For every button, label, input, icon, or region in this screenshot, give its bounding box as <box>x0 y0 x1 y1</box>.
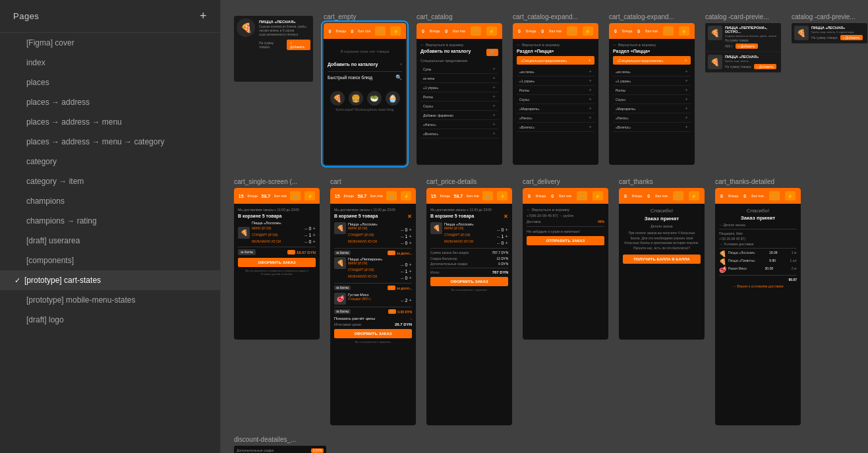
cart-catalog-expand-2-label: cart_catalog-expand... <box>609 13 674 20</box>
pages-list: [Figma] coverindexplacesplaces → address… <box>0 33 220 330</box>
cart-empty-frame[interactable]: cart_empty 0 Блюда 0 Бал лов 🛒 ⚡ В корзи… <box>324 13 406 165</box>
cart-main-label: cart <box>330 178 341 185</box>
cart-thanks-detailed-label: cart_thanks-detailed <box>715 178 774 185</box>
cart-thanks-frame[interactable]: cart_thanks 0 Блюда 0 Бал лов 🛒 ⚡ Спасиб… <box>619 178 705 340</box>
sidebar-item-draft-userarea[interactable]: [draft] userarea <box>0 231 220 251</box>
cart-catalog-label: cart_catalog <box>417 13 452 20</box>
cart-thanks-detailed-frame[interactable]: cart_thanks-detailed 0 Блюда 0 Бал лов 🛒… <box>715 178 801 425</box>
sidebar: Pages + [Figma] coverindexplacesplaces →… <box>0 0 221 453</box>
sidebar-item-index[interactable]: index <box>0 53 220 73</box>
canvas[interactable]: 🍕 ПИЦЦА «ЛЕСНАЯ» Сырная начинка из блино… <box>221 0 868 453</box>
sidebar-item-champions-rating[interactable]: champions → rating <box>0 211 220 231</box>
discount-details-label: discount-deatailes_... <box>234 436 297 443</box>
pages-title: Pages <box>13 11 39 21</box>
sidebar-item-places-address[interactable]: places → address <box>0 92 220 112</box>
sidebar-item-places-address-menu-category[interactable]: places → address → menu → category <box>0 132 220 152</box>
catalog-card-preview-1-frame[interactable]: catalog -card-previe... 🍕 ПИЦЦА «ПЕППЕРО… <box>705 13 781 73</box>
sidebar-item-champions[interactable]: champions <box>0 191 220 211</box>
cart-catalog-expand-2-frame[interactable]: cart_catalog-expand... 0 Блюда 0 Бал лов… <box>609 13 695 165</box>
sidebar-item-figma-cover[interactable]: [Figma] cover <box>0 33 220 53</box>
cart-price-details-frame[interactable]: cart_price-details 15 Блюда 58.7 Бал лов… <box>426 178 512 425</box>
cart-empty-label: cart_empty <box>324 13 356 20</box>
cart-delivery-label: cart_delivery <box>523 178 560 185</box>
sidebar-item-places-address-menu[interactable]: places → address → menu <box>0 112 220 132</box>
cart-single-screen-label: cart_single-screen (... <box>234 178 297 185</box>
sidebar-item-draft-logo[interactable]: [draft] logo <box>0 310 220 330</box>
cart-catalog-expand-1-frame[interactable]: cart_catalog-expand... 0 Блюда 0 Бал лов… <box>513 13 598 165</box>
catalog-card-preview-2-frame[interactable]: catalog -card-previe... 🍕 ПИЦЦА «ЛЕСНАЯ»… <box>792 13 867 44</box>
sidebar-item-places[interactable]: places <box>0 73 220 92</box>
catalog-card-preview-1-label: catalog -card-previe... <box>705 13 769 20</box>
sidebar-item-prototype-mobile-menu-states[interactable]: [prototype] mobile-menu-states <box>0 290 220 310</box>
discount-details-frame[interactable]: discount-deatailes_... Дополнительные ск… <box>234 436 326 453</box>
cart-main-frame[interactable]: cart 15 Блюда 58.7 Бал лов 🛒 ⚡ Мы достав… <box>330 178 416 425</box>
pizza-hero-frame[interactable]: 🍕 ПИЦЦА «ЛЕСНАЯ» Сырная начинка из блино… <box>234 13 313 82</box>
sidebar-item-category-item[interactable]: category → item <box>0 171 220 191</box>
sidebar-item-category[interactable]: category <box>0 152 220 171</box>
cart-thanks-label: cart_thanks <box>619 178 653 185</box>
sidebar-header: Pages + <box>0 0 220 33</box>
cart-catalog-expand-1-label: cart_catalog-expand... <box>513 13 578 20</box>
catalog-card-preview-2-label: catalog -card-previe... <box>792 13 855 20</box>
cart-delivery-frame[interactable]: cart_delivery 0 Блюда 0 Бал лов 🛒 ⚡ ← Ве… <box>523 178 608 340</box>
cart-single-screen-frame[interactable]: cart_single-screen (... 15 Блюда 58.7 Ба… <box>234 178 320 340</box>
cart-price-details-label: cart_price-details <box>426 178 477 185</box>
sidebar-item-prototype-cart-states[interactable]: [prototype] cart-states <box>0 270 220 290</box>
sidebar-item-components[interactable]: [components] <box>0 251 220 270</box>
cart-catalog-frame[interactable]: cart_catalog 0 Блюда 0 Бал лов 🛒 ⚡ ← Вер… <box>417 13 502 165</box>
add-page-button[interactable]: + <box>200 9 207 23</box>
